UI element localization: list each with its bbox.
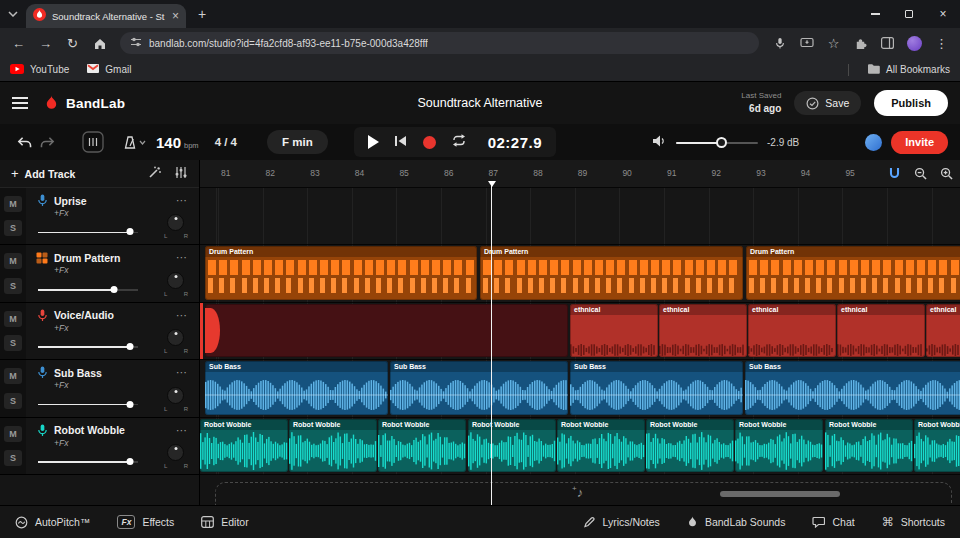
clip-ethnical[interactable]: ethnical (748, 304, 836, 357)
solo-button[interactable]: S (4, 393, 22, 409)
side-panel-icon[interactable] (875, 31, 900, 55)
loop-drop-zone[interactable] (215, 482, 952, 505)
mute-button[interactable]: M (4, 426, 22, 442)
forward-button[interactable]: → (33, 31, 58, 55)
browser-menu-icon[interactable]: ⋮ (929, 31, 954, 55)
solo-button[interactable]: S (4, 220, 22, 236)
clip-robot-wobble[interactable]: Robot Wobble (825, 419, 913, 472)
home-button[interactable] (87, 31, 112, 55)
midi-keyboard-button[interactable] (82, 131, 104, 153)
clip-ethnical[interactable]: ethnical (837, 304, 925, 357)
site-settings-icon[interactable] (130, 34, 142, 52)
clip-drum-pattern[interactable]: Drum Pattern (480, 246, 743, 299)
track-menu-button[interactable]: ⋯ (176, 366, 188, 379)
solo-button[interactable]: S (4, 278, 22, 294)
track-volume-slider[interactable] (38, 458, 138, 466)
track-name[interactable]: Uprise (54, 195, 87, 207)
track-name[interactable]: Drum Pattern (54, 252, 121, 264)
clip-sub-bass[interactable]: Sub Bass (570, 361, 743, 414)
tab-close-icon[interactable]: × (172, 10, 179, 22)
volume-knob[interactable] (716, 137, 727, 148)
time-signature-control[interactable]: 4 / 4 (215, 136, 237, 148)
solo-button[interactable]: S (4, 450, 22, 466)
clip-robot-wobble[interactable]: Robot Wobble (914, 419, 960, 472)
track-lane-uprise[interactable] (200, 188, 960, 245)
chat-button[interactable]: Chat (812, 516, 854, 528)
clip-drum-pattern[interactable]: Drum Pattern (746, 246, 960, 299)
tab-search-chevron-icon[interactable] (0, 0, 26, 28)
bookmark-youtube[interactable]: YouTube (10, 64, 69, 76)
clip-robot-wobble[interactable]: Robot Wobble (289, 419, 377, 472)
loop-button[interactable] (451, 133, 467, 151)
horizontal-scrollbar[interactable] (720, 491, 840, 497)
all-bookmarks-button[interactable]: All Bookmarks (867, 63, 950, 76)
add-track-button[interactable]: + Add Track (11, 166, 75, 181)
clip-robot-wobble[interactable]: Robot Wobble (200, 419, 288, 472)
window-close-button[interactable]: × (926, 0, 960, 28)
editor-button[interactable]: Editor (201, 516, 248, 528)
mixer-icon[interactable] (174, 165, 188, 183)
clip-robot-wobble[interactable]: Robot Wobble (646, 419, 734, 472)
track-volume-slider[interactable] (38, 401, 138, 409)
track-pan-knob[interactable]: LR (163, 444, 189, 469)
track-menu-button[interactable]: ⋯ (176, 251, 188, 264)
mute-button[interactable]: M (4, 253, 22, 269)
shortcuts-button[interactable]: ⌘ Shortcuts (882, 515, 945, 529)
track-volume-slider[interactable] (38, 228, 138, 236)
invite-button[interactable]: Invite (891, 131, 948, 154)
track-menu-button[interactable]: ⋯ (176, 309, 188, 322)
track-pan-knob[interactable]: LR (163, 329, 189, 354)
clip-robot-wobble[interactable]: Robot Wobble (378, 419, 466, 472)
solo-button[interactable]: S (4, 335, 22, 351)
snap-magnet-icon[interactable] (888, 166, 901, 184)
master-volume-slider[interactable] (676, 137, 758, 148)
clip-sub-bass[interactable]: Sub Bass (205, 361, 388, 414)
profile-avatar[interactable] (902, 31, 927, 55)
track-name[interactable]: Sub Bass (54, 367, 102, 379)
install-app-icon[interactable] (794, 31, 819, 55)
track-menu-button[interactable]: ⋯ (176, 424, 188, 437)
track-menu-button[interactable]: ⋯ (176, 194, 188, 207)
bpm-control[interactable]: 140 bpm (156, 134, 199, 151)
bookmark-gmail[interactable]: Gmail (87, 64, 131, 75)
clip-ethnical[interactable]: ethnical (659, 304, 747, 357)
redo-button[interactable] (36, 130, 60, 154)
collaborator-avatar[interactable] (865, 134, 882, 151)
track-pan-knob[interactable]: LR (163, 272, 189, 297)
skip-to-start-button[interactable] (394, 133, 408, 151)
clip-robot-wobble[interactable]: Robot Wobble (735, 419, 823, 472)
clip-sub-bass[interactable]: Sub Bass (390, 361, 568, 414)
effects-button[interactable]: Fx Effects (117, 515, 174, 529)
mute-button[interactable]: M (4, 196, 22, 212)
clip-drum-pattern[interactable]: Drum Pattern (205, 246, 477, 299)
browser-tab[interactable]: Soundtrack Alternative - St × (26, 4, 186, 28)
track-pan-knob[interactable]: LR (163, 214, 189, 239)
magic-wand-icon[interactable] (148, 165, 161, 183)
zoom-out-icon[interactable] (914, 166, 927, 184)
back-button[interactable]: ← (6, 31, 31, 55)
clip-robot-wobble[interactable]: Robot Wobble (557, 419, 645, 472)
play-button[interactable] (368, 135, 379, 149)
mute-button[interactable]: M (4, 311, 22, 327)
clip-ethnical[interactable]: ethnical (570, 304, 658, 357)
track-volume-slider[interactable] (38, 286, 138, 294)
bookmark-star-icon[interactable]: ☆ (821, 31, 846, 55)
clip-sub-bass[interactable]: Sub Bass (745, 361, 960, 414)
window-maximize-button[interactable] (892, 0, 926, 28)
track-lane-drum-pattern[interactable]: Drum PatternDrum PatternDrum Pattern (200, 245, 960, 302)
mute-button[interactable]: M (4, 368, 22, 384)
extensions-puzzle-icon[interactable] (848, 31, 873, 55)
key-control[interactable]: F min (267, 130, 328, 154)
clip-robot-wobble[interactable]: Robot Wobble (468, 419, 556, 472)
timeline-ruler[interactable]: 818283848586878889909192939495 (200, 160, 960, 188)
undo-button[interactable] (12, 130, 36, 154)
save-button[interactable]: Save (794, 91, 861, 115)
window-minimize-button[interactable] (858, 0, 892, 28)
bandlab-sounds-button[interactable]: BandLab Sounds (687, 516, 786, 528)
new-tab-button[interactable]: + (198, 6, 206, 22)
track-lane-robot-wobble[interactable]: Robot WobbleRobot WobbleRobot WobbleRobo… (200, 418, 960, 475)
lyrics-notes-button[interactable]: Lyrics/Notes (583, 516, 659, 528)
address-bar[interactable]: bandlab.com/studio?id=4fa2cfd8-af93-ee11… (120, 32, 759, 54)
track-name[interactable]: Robot Wobble (54, 424, 125, 436)
track-lane-sub-bass[interactable]: Sub BassSub BassSub BassSub Bass (200, 360, 960, 417)
